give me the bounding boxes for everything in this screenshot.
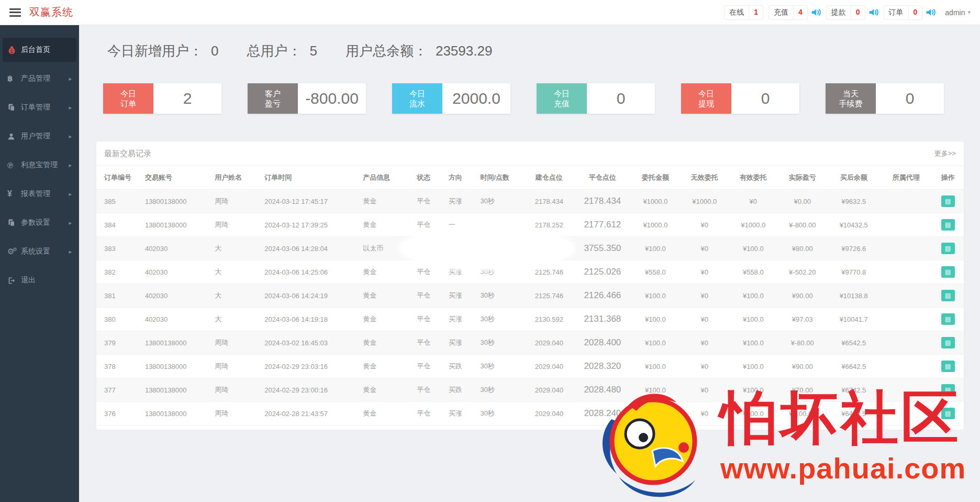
column-header-10: 委托金额 (630, 166, 680, 190)
sidebar-item-label: 利息宝管理 (21, 160, 58, 170)
cell: ¥0.00 (777, 190, 827, 213)
cell: 379 (96, 331, 143, 355)
sidebar-item-7[interactable]: ⚙⚙系统设置▸ (3, 239, 76, 264)
gear-icon: ⚙⚙ (7, 247, 21, 256)
header-badge-提款: 提款0 (826, 5, 878, 20)
stat-card-5: 当天手续费0 (826, 83, 944, 114)
row-detail-button[interactable]: ▤ (941, 219, 955, 231)
user-menu[interactable]: admin ▾ (945, 8, 971, 17)
cell: 402030 (143, 237, 213, 260)
sidebar-item-1[interactable]: ฿产品管理▸ (3, 67, 76, 91)
cell-action[interactable]: ▤ (932, 284, 964, 308)
row-detail-button[interactable]: ▤ (941, 361, 955, 372)
cell: ¥1000.0 (630, 213, 680, 237)
cell: 13800138000 (143, 402, 213, 425)
cell: 2029.040 (524, 331, 574, 355)
stat-card-1: 客户盈亏-800.00 (248, 83, 366, 114)
cell: 2125.026 (574, 260, 630, 284)
cell-action[interactable]: ▤ (932, 378, 964, 402)
column-header-1: 交易账号 (143, 166, 213, 190)
chevron-right-icon: ▸ (69, 162, 72, 169)
cell: 13800138000 (143, 331, 213, 355)
row-detail-button[interactable]: ▤ (941, 266, 955, 278)
cell (880, 237, 932, 260)
cell: ¥6642.5 (827, 355, 880, 378)
cell: ¥6742.5 (827, 378, 880, 402)
cell-action[interactable]: ▤ (932, 190, 964, 213)
stat-card-label: 客户盈亏 (248, 83, 298, 114)
stat-new-users: 今日新增用户： 0 (107, 42, 218, 60)
cell-action[interactable]: ▤ (932, 213, 964, 237)
table-row-4: 381402030大2024-03-06 14:24:19黄金平仓买涨30秒21… (96, 284, 964, 308)
panel-title: 最新交易记录 (104, 149, 151, 159)
speaker-icon[interactable] (811, 8, 821, 17)
cell: ¥9726.6 (827, 237, 880, 260)
speaker-icon[interactable] (926, 8, 936, 17)
cell: ¥10041.7 (827, 308, 880, 331)
cell: 黄金 (361, 213, 415, 237)
stat-card-value: 0 (876, 83, 944, 114)
row-detail-button[interactable]: ▤ (941, 290, 955, 301)
cell-action[interactable]: ▤ (932, 260, 964, 284)
sidebar-item-5[interactable]: ¥报表管理▸ (3, 182, 76, 206)
cell (880, 213, 932, 237)
column-header-16: 操作 (932, 166, 964, 190)
row-detail-button[interactable]: ▤ (941, 243, 955, 254)
cell: 平仓 (415, 284, 447, 308)
cell-action[interactable]: ▤ (932, 402, 964, 425)
sidebar-item-3[interactable]: 用户管理▸ (3, 124, 76, 148)
menu-toggle-icon[interactable] (9, 8, 21, 17)
sidebar-item-0[interactable]: 后台首页 (3, 38, 76, 62)
cell: ¥100.0 (630, 237, 680, 260)
sidebar-item-4[interactable]: ℗利息宝管理▸ (3, 153, 76, 177)
cell: ¥80.00 (777, 237, 827, 260)
stat-new-users-label: 今日新增用户： (107, 42, 203, 60)
column-header-4: 产品信息 (361, 166, 415, 190)
cell: ¥0 (680, 308, 729, 331)
cell: 2177.612 (574, 213, 630, 237)
sidebar-item-6[interactable]: 参数设置▸ (3, 211, 76, 235)
cell-action[interactable]: ▤ (932, 237, 964, 260)
table-row-8: 37713800138000周琦2024-02-29 23:00:16黄金平仓买… (96, 378, 964, 402)
badge-box: 在线1 (724, 5, 763, 20)
cell: 2029.040 (524, 378, 574, 402)
cell: 平仓 (415, 331, 447, 355)
cell: 2024-02-29 23:00:16 (262, 378, 361, 402)
stat-total-balance-value: 23593.29 (436, 43, 492, 59)
row-detail-button[interactable]: ▤ (941, 313, 955, 325)
cell: 30秒 (478, 355, 524, 378)
more-link[interactable]: 更多>> (934, 149, 956, 158)
stat-card-label: 今日提现 (681, 83, 731, 114)
table-row-7: 37813800138000周琦2024-02-29 23:03:16黄金平仓买… (96, 355, 964, 378)
badge-count: 4 (793, 6, 807, 19)
chevron-right-icon: ▸ (69, 75, 72, 82)
cell: 黄金 (361, 331, 415, 355)
cell: 2178.434 (524, 190, 574, 213)
cell-action[interactable]: ▤ (932, 331, 964, 355)
cell: ¥100.0 (729, 402, 777, 425)
cell: 平仓 (415, 190, 447, 213)
row-detail-button[interactable]: ▤ (941, 384, 955, 396)
cell: 黄金 (361, 378, 415, 402)
cell: 周琦 (213, 331, 262, 355)
cell: 13800138000 (143, 190, 213, 213)
cell: 大 (213, 237, 262, 260)
cell: ¥0 (680, 331, 729, 355)
sidebar-item-8[interactable]: 退出 (3, 268, 76, 292)
stat-card-4: 今日提现0 (681, 83, 799, 114)
column-header-5: 状态 (415, 166, 447, 190)
row-detail-button[interactable]: ▤ (941, 337, 955, 348)
row-detail-button[interactable]: ▤ (941, 195, 955, 207)
sidebar-item-2[interactable]: 订单管理▸ (3, 95, 76, 119)
cell-action[interactable]: ▤ (932, 308, 964, 331)
chevron-right-icon: ▸ (69, 220, 72, 226)
row-detail-button[interactable]: ▤ (941, 408, 955, 419)
cell: ¥10432.5 (827, 213, 880, 237)
cell-action[interactable]: ▤ (932, 355, 964, 378)
cell: 周琦 (213, 213, 262, 237)
panel-header: 最新交易记录 更多>> (96, 141, 964, 166)
user-name: admin (945, 8, 965, 17)
speaker-icon[interactable] (868, 8, 878, 17)
badge-box: 订单0 (884, 5, 923, 20)
watermark-eraser-blob (400, 228, 573, 269)
